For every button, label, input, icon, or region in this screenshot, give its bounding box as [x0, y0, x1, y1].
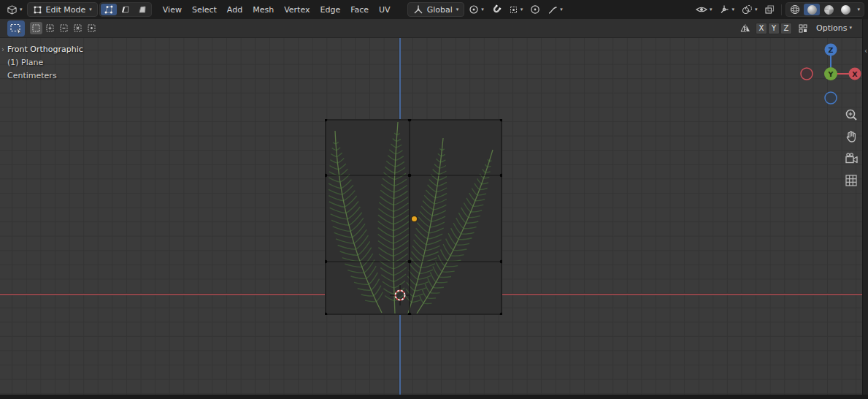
- vertex-select-icon: [104, 4, 114, 15]
- chevron-down-icon: ▾: [456, 7, 459, 12]
- editor-type-button[interactable]: ▾: [4, 2, 26, 17]
- transform-orientation-dropdown[interactable]: Global ▾: [407, 2, 465, 17]
- tool-settings-right: X Y Z Options ▾: [739, 21, 855, 36]
- object-visibility-dropdown[interactable]: ▾: [693, 2, 715, 17]
- edge-select-icon: [120, 4, 131, 15]
- menu-mesh[interactable]: Mesh: [247, 2, 279, 17]
- pan-button[interactable]: [843, 129, 859, 145]
- toolshelf-toggle-arrow[interactable]: ›: [1, 46, 4, 53]
- gizmo-y-label: Y: [828, 70, 834, 78]
- gizmo-axis-neg-z[interactable]: [825, 92, 837, 104]
- edge-select-button[interactable]: [118, 4, 134, 15]
- box-select-tool-button[interactable]: [7, 20, 25, 37]
- mirror-axis-group: X Y Z: [756, 23, 792, 34]
- material-preview-shading-button[interactable]: [821, 4, 837, 15]
- overlays-icon: [742, 4, 753, 15]
- mirror-button[interactable]: [739, 22, 751, 34]
- status-bar: [0, 395, 868, 399]
- select-set-icon: [31, 23, 41, 33]
- grid-ortho-icon: [844, 173, 859, 188]
- orthographic-toggle-button[interactable]: [843, 172, 859, 189]
- menu-bar: View Select Add Mesh Vertex Edge Face UV: [158, 2, 396, 17]
- snap-toggle-button[interactable]: [488, 2, 504, 17]
- select-invert-icon: [73, 23, 82, 33]
- menu-add[interactable]: Add: [222, 2, 247, 17]
- chevron-down-icon: ▾: [849, 26, 852, 31]
- xray-toggle-button[interactable]: [761, 2, 777, 17]
- sidebar-toggle-arrow[interactable]: ‹: [864, 48, 867, 55]
- zoom-button[interactable]: [843, 107, 859, 123]
- options-label: Options: [816, 23, 847, 33]
- select-subtract-icon: [59, 23, 69, 33]
- chevron-down-icon: ▾: [731, 7, 734, 12]
- wireframe-sphere-icon: [790, 4, 800, 15]
- viewport-header: ▾ Edit Mode ▾: [0, 0, 868, 19]
- gizmo-z-label: Z: [829, 46, 834, 54]
- vertex-select-button[interactable]: [101, 4, 117, 15]
- snap-target-icon: [509, 5, 518, 15]
- pivot-point-dropdown[interactable]: ▾: [466, 2, 487, 17]
- rendered-shading-button[interactable]: [837, 4, 853, 15]
- mirror-icon: [740, 23, 751, 34]
- active-object-label: (1) Plane: [7, 56, 83, 69]
- overlays-dropdown[interactable]: ▾: [739, 2, 761, 17]
- camera-view-button[interactable]: [843, 151, 859, 167]
- right-region-divider: [862, 19, 868, 395]
- chevron-down-icon: ▾: [755, 7, 758, 12]
- magnet-icon: [491, 4, 502, 15]
- mirror-z-button[interactable]: Z: [780, 23, 792, 34]
- edit-mode-icon: [33, 5, 42, 15]
- gizmo-x-label: X: [852, 70, 858, 78]
- menu-uv[interactable]: UV: [374, 2, 396, 17]
- select-intersect-icon: [87, 23, 96, 33]
- menu-vertex[interactable]: Vertex: [279, 2, 315, 17]
- gizmos-dropdown[interactable]: ▾: [716, 2, 737, 17]
- face-select-icon: [137, 4, 147, 15]
- menu-face[interactable]: Face: [345, 2, 374, 17]
- menu-select[interactable]: Select: [187, 2, 222, 17]
- xray-icon: [764, 4, 775, 15]
- select-set-mode-button[interactable]: [30, 22, 42, 34]
- chevron-down-icon: ▾: [710, 7, 713, 12]
- box-select-icon: [9, 22, 23, 35]
- snap-grid-icon: [798, 23, 808, 34]
- navigation-gizmo[interactable]: Z X Y: [800, 37, 861, 107]
- 3d-cursor: [388, 284, 412, 307]
- mirror-y-button[interactable]: Y: [768, 23, 780, 34]
- gizmo-axis-neg-x[interactable]: [801, 68, 813, 80]
- pivot-point-icon: [469, 4, 479, 15]
- snap-individual-button[interactable]: [796, 22, 809, 34]
- camera-icon: [844, 151, 859, 166]
- proportional-editing-button[interactable]: [527, 2, 543, 17]
- mirror-x-button[interactable]: X: [756, 23, 767, 34]
- orientation-global-icon: [413, 4, 423, 15]
- proportional-falloff-dropdown[interactable]: ▾: [545, 2, 566, 17]
- snap-settings-dropdown[interactable]: ▾: [506, 2, 526, 17]
- chevron-down-icon: ▾: [89, 7, 92, 12]
- falloff-curve-icon: [548, 5, 558, 15]
- menu-view[interactable]: View: [158, 2, 187, 17]
- viewport-nav-controls: [843, 107, 859, 189]
- select-intersect-mode-button[interactable]: [85, 22, 98, 34]
- select-mode-options: [30, 22, 98, 34]
- mode-label: Edit Mode: [46, 5, 86, 15]
- select-invert-mode-button[interactable]: [72, 22, 84, 34]
- wireframe-shading-button[interactable]: [787, 4, 803, 15]
- tool-settings-bar: X Y Z Options ▾: [0, 19, 862, 38]
- 3d-viewport-editor-icon: [7, 4, 18, 15]
- mode-dropdown[interactable]: Edit Mode ▾: [27, 2, 98, 17]
- material-sphere-icon: [824, 5, 834, 15]
- shading-mode-group: ▾: [786, 2, 864, 17]
- object-origin-dot[interactable]: [412, 216, 417, 221]
- select-subtract-mode-button[interactable]: [58, 22, 70, 34]
- select-extend-mode-button[interactable]: [44, 22, 56, 34]
- chevron-down-icon: ▾: [560, 7, 563, 12]
- menu-edge[interactable]: Edge: [315, 2, 345, 17]
- chevron-down-icon: ▾: [857, 7, 860, 12]
- tool-options-dropdown[interactable]: Options ▾: [813, 21, 855, 36]
- orientation-label: Global: [427, 5, 453, 15]
- solid-sphere-icon: [807, 5, 817, 15]
- header-separator: [781, 4, 782, 15]
- solid-shading-button[interactable]: [804, 4, 820, 15]
- face-select-button[interactable]: [134, 4, 150, 15]
